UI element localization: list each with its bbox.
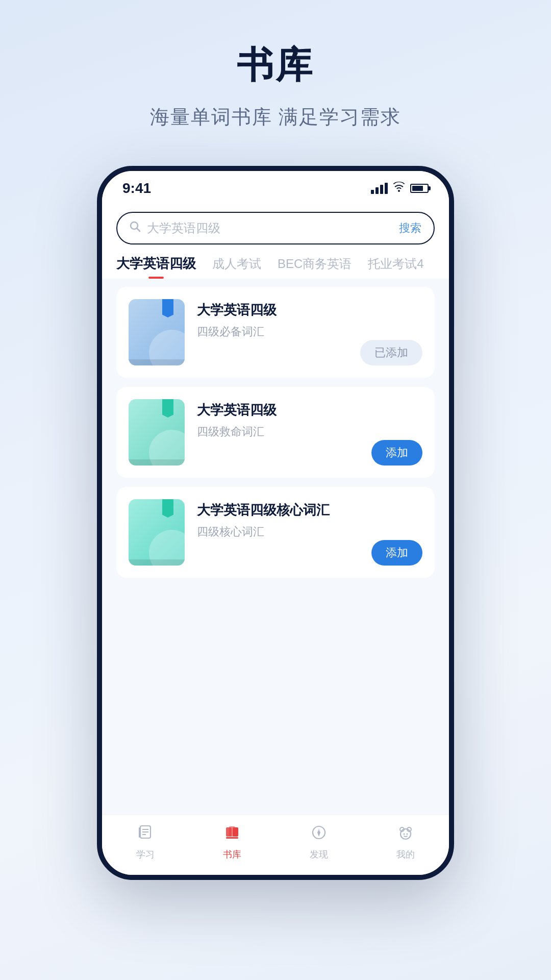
book-list: 大学英语四级 四级必备词汇 已添加 大学英语四级 四级救命词汇 — [102, 279, 449, 595]
svg-point-18 — [407, 834, 408, 835]
svg-point-14 — [400, 829, 411, 839]
search-icon — [130, 221, 141, 235]
book-title-2: 大学英语四级 — [197, 401, 422, 419]
book-item-1: 大学英语四级 四级必备词汇 已添加 — [116, 287, 435, 378]
books-icon — [223, 824, 241, 845]
book-title-3: 大学英语四级核心词汇 — [197, 501, 422, 519]
phone-content: 大学英语四级 搜索 大学英语四级 成人考试 BEC商务英语 托业考试4 大学英语… — [102, 202, 449, 814]
book-cover-2 — [129, 399, 185, 465]
tab-toeic[interactable]: 托业考试4 — [368, 256, 423, 278]
book-action-3: 添加 — [371, 540, 422, 566]
compass-icon — [310, 824, 328, 845]
book-action-2: 添加 — [371, 440, 422, 465]
tab-adult-exam[interactable]: 成人考试 — [212, 256, 261, 278]
nav-item-books[interactable]: 书库 — [223, 824, 241, 861]
status-time: 9:41 — [122, 180, 151, 197]
tab-college-english-4[interactable]: 大学英语四级 — [116, 255, 196, 279]
notebook-icon — [137, 824, 154, 845]
search-input-placeholder: 大学英语四级 — [147, 220, 399, 236]
nav-label-discover: 发现 — [310, 848, 328, 861]
book-info-2: 大学英语四级 四级救命词汇 — [197, 399, 422, 439]
book-cover-1 — [129, 299, 185, 365]
nav-item-discover[interactable]: 发现 — [310, 824, 328, 861]
book-item-2: 大学英语四级 四级救命词汇 添加 — [116, 387, 435, 478]
btn-add-3[interactable]: 添加 — [371, 540, 422, 566]
search-bar[interactable]: 大学英语四级 搜索 — [116, 212, 435, 244]
book-desc-1: 四级必备词汇 — [197, 324, 422, 339]
category-tabs: 大学英语四级 成人考试 BEC商务英语 托业考试4 — [102, 244, 449, 279]
book-info-3: 大学英语四级核心词汇 四级核心词汇 — [197, 499, 422, 540]
signal-icon — [371, 183, 388, 194]
book-info-1: 大学英语四级 四级必备词汇 — [197, 299, 422, 339]
page-subtitle: 海量单词书库 满足学习需求 — [150, 104, 402, 130]
battery-icon — [410, 184, 429, 193]
nav-label-study: 学习 — [136, 848, 155, 861]
status-icons — [371, 182, 429, 195]
svg-rect-9 — [229, 826, 235, 837]
nav-label-mine: 我的 — [396, 848, 415, 861]
btn-add-2[interactable]: 添加 — [371, 440, 422, 465]
book-cover-3 — [129, 499, 185, 566]
search-container: 大学英语四级 搜索 — [102, 202, 449, 244]
svg-rect-10 — [226, 837, 238, 839]
book-item-3: 大学英语四级核心词汇 四级核心词汇 添加 — [116, 487, 435, 578]
bottom-nav: 学习 书库 发现 — [102, 814, 449, 875]
svg-line-1 — [137, 229, 140, 232]
bear-icon — [397, 824, 414, 845]
book-desc-3: 四级核心词汇 — [197, 524, 422, 540]
book-action-1: 已添加 — [360, 340, 422, 365]
btn-added-1[interactable]: 已添加 — [360, 340, 422, 365]
phone-frame: 9:41 大学英语四级 搜索 — [97, 166, 454, 880]
tab-bec[interactable]: BEC商务英语 — [278, 256, 352, 278]
nav-label-books: 书库 — [223, 848, 241, 861]
book-title-1: 大学英语四级 — [197, 301, 422, 319]
book-desc-2: 四级救命词汇 — [197, 424, 422, 439]
page-title: 书库 — [237, 41, 314, 90]
search-button[interactable]: 搜索 — [399, 220, 421, 236]
nav-item-mine[interactable]: 我的 — [396, 824, 415, 861]
svg-point-17 — [404, 834, 405, 835]
nav-item-study[interactable]: 学习 — [136, 824, 155, 861]
wifi-icon — [393, 182, 405, 195]
status-bar: 9:41 — [102, 171, 449, 202]
